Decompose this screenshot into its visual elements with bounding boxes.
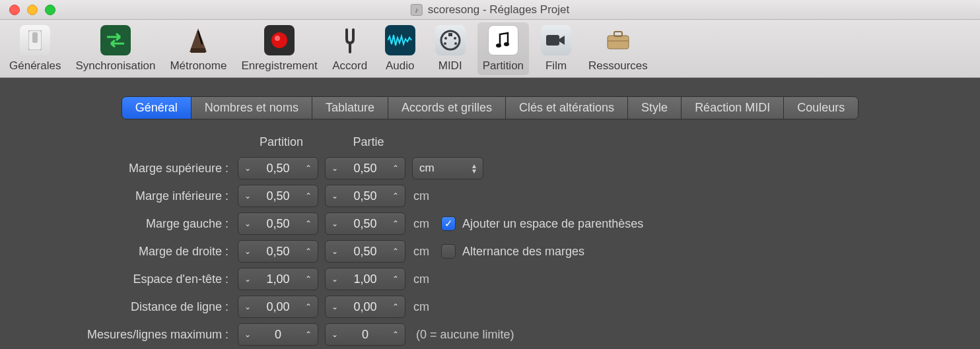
stepper-increment-icon[interactable]: ⌃ xyxy=(386,269,405,290)
subtab-general[interactable]: Général xyxy=(122,97,192,119)
stepper-decrement-icon[interactable]: ⌄ xyxy=(326,241,344,262)
toolbar-item-label: Générales xyxy=(9,59,61,73)
stepper-increment-icon[interactable]: ⌃ xyxy=(386,158,405,179)
stepper-increment-icon[interactable]: ⌃ xyxy=(299,213,318,234)
stepper-increment-icon[interactable]: ⌃ xyxy=(386,241,405,262)
row-left-margin: Marge gauche : ⌄ 0,50 ⌃ ⌄ 0,50 ⌃ cm ✓ Aj… xyxy=(33,210,980,238)
stepper-decrement-icon[interactable]: ⌄ xyxy=(238,324,257,345)
stepper-value: 0,00 xyxy=(344,300,386,314)
subtab-midireact[interactable]: Réaction MIDI xyxy=(682,97,784,119)
top-margin-partition-stepper[interactable]: ⌄ 0,50 ⌃ xyxy=(238,157,318,179)
stepper-value: 1,00 xyxy=(344,272,386,286)
max-bars-partie-stepper[interactable]: ⌄ 0 ⌃ xyxy=(325,323,405,346)
svg-rect-12 xyxy=(448,33,452,36)
stepper-decrement-icon[interactable]: ⌄ xyxy=(238,241,257,262)
row-right-margin: Marge de droite : ⌄ 0,50 ⌃ ⌄ 0,50 ⌃ cm A… xyxy=(33,238,980,265)
stepper-decrement-icon[interactable]: ⌄ xyxy=(238,296,257,317)
svg-point-11 xyxy=(454,42,457,45)
stepper-increment-icon[interactable]: ⌃ xyxy=(299,185,318,206)
column-header-partition: Partition xyxy=(238,135,325,149)
row-header-space: Espace d'en-tête : ⌄ 1,00 ⌃ ⌄ 1,00 ⌃ cm xyxy=(33,265,980,293)
unit-select[interactable]: cm ▴▾ xyxy=(412,157,483,179)
top-margin-partie-stepper[interactable]: ⌄ 0,50 ⌃ xyxy=(325,157,405,179)
toolbar-item-label: Synchronisation xyxy=(75,59,155,73)
right-margin-partition-stepper[interactable]: ⌄ 0,50 ⌃ xyxy=(238,240,318,263)
stepper-increment-icon[interactable]: ⌃ xyxy=(386,324,405,345)
header-space-partie-stepper[interactable]: ⌄ 1,00 ⌃ xyxy=(325,268,405,290)
stepper-decrement-icon[interactable]: ⌄ xyxy=(326,185,344,206)
subtab-clefs[interactable]: Clés et altérations xyxy=(506,97,628,119)
subtab-colors[interactable]: Couleurs xyxy=(784,97,858,119)
stepper-increment-icon[interactable]: ⌃ xyxy=(299,241,318,262)
stepper-decrement-icon[interactable]: ⌄ xyxy=(238,213,257,234)
toolbar-item-score[interactable]: Partition xyxy=(477,22,529,75)
stepper-value: 0,50 xyxy=(257,217,299,231)
toolbar-item-assets[interactable]: Ressources xyxy=(583,22,653,75)
row-label: Espace d'en-tête : xyxy=(33,272,238,286)
line-distance-partition-stepper[interactable]: ⌄ 0,00 ⌃ xyxy=(238,296,318,318)
stepper-value: 0 xyxy=(257,328,299,342)
toolbar-item-movie[interactable]: Film xyxy=(533,22,579,75)
stepper-decrement-icon[interactable]: ⌄ xyxy=(326,269,344,290)
right-margin-partie-stepper[interactable]: ⌄ 0,50 ⌃ xyxy=(325,240,405,263)
line-distance-partie-stepper[interactable]: ⌄ 0,00 ⌃ xyxy=(325,296,405,318)
column-headers: Partition Partie xyxy=(33,135,980,149)
toolbar-item-general[interactable]: Générales xyxy=(4,22,66,75)
form-area: Partition Partie Marge supérieure : ⌄ 0,… xyxy=(0,135,980,348)
subtab-style[interactable]: Style xyxy=(628,97,682,119)
toolbar-item-tuning[interactable]: Accord xyxy=(327,22,373,75)
left-margin-partie-stepper[interactable]: ⌄ 0,50 ⌃ xyxy=(325,212,405,235)
stepper-decrement-icon[interactable]: ⌄ xyxy=(326,324,344,345)
stepper-decrement-icon[interactable]: ⌄ xyxy=(326,213,344,234)
stepper-increment-icon[interactable]: ⌃ xyxy=(386,296,405,317)
svg-point-8 xyxy=(444,37,447,40)
unit-label: cm xyxy=(413,272,429,286)
stepper-value: 0,50 xyxy=(257,245,299,259)
header-space-partition-stepper[interactable]: ⌄ 1,00 ⌃ xyxy=(238,268,318,290)
toolbar-item-midi[interactable]: MIDI xyxy=(427,22,473,75)
unit-select-value: cm xyxy=(419,162,435,175)
max-bars-partition-stepper[interactable]: ⌄ 0 ⌃ xyxy=(238,323,318,346)
stepper-increment-icon[interactable]: ⌃ xyxy=(299,296,318,317)
title-bar: ♪ scoresong - Réglages Projet xyxy=(0,0,980,20)
stepper-increment-icon[interactable]: ⌃ xyxy=(299,158,318,179)
toolbar-item-label: Enregistrement xyxy=(241,59,317,73)
row-label: Distance de ligne : xyxy=(33,300,238,314)
stepper-increment-icon[interactable]: ⌃ xyxy=(386,185,405,206)
bottom-margin-partition-stepper[interactable]: ⌄ 0,50 ⌃ xyxy=(238,185,318,207)
bracket-space-checkbox[interactable]: ✓ xyxy=(441,216,456,231)
stepper-decrement-icon[interactable]: ⌄ xyxy=(238,269,257,290)
zoom-window-button[interactable] xyxy=(45,5,55,15)
row-top-margin: Marge supérieure : ⌄ 0,50 ⌃ ⌄ 0,50 ⌃ cm … xyxy=(33,154,980,182)
sync-arrows-icon xyxy=(100,25,131,55)
stepper-increment-icon[interactable]: ⌃ xyxy=(386,213,405,234)
minimize-window-button[interactable] xyxy=(27,5,38,15)
left-margin-partition-stepper[interactable]: ⌄ 0,50 ⌃ xyxy=(238,212,318,235)
toolbar-item-record[interactable]: Enregistrement xyxy=(236,22,322,75)
toolbar: Générales Synchronisation Métronome Enre… xyxy=(0,20,980,78)
row-label: Mesures/lignes maximum : xyxy=(33,328,238,342)
bottom-margin-partie-stepper[interactable]: ⌄ 0,50 ⌃ xyxy=(325,185,405,207)
window-title-container: ♪ scoresong - Réglages Projet xyxy=(411,3,570,16)
stepper-decrement-icon[interactable]: ⌄ xyxy=(326,158,344,179)
stepper-decrement-icon[interactable]: ⌄ xyxy=(326,296,344,317)
stepper-increment-icon[interactable]: ⌃ xyxy=(299,324,318,345)
stepper-value: 0,50 xyxy=(344,189,386,203)
unit-label: cm xyxy=(413,245,429,259)
subtab-bar: Général Nombres et noms Tablature Accord… xyxy=(122,96,858,119)
alternating-margins-checkbox[interactable] xyxy=(441,244,456,259)
svg-rect-15 xyxy=(546,35,559,46)
subtab-tablature[interactable]: Tablature xyxy=(312,97,388,119)
subtab-numbers[interactable]: Nombres et noms xyxy=(192,97,312,119)
stepper-increment-icon[interactable]: ⌃ xyxy=(299,269,318,290)
toolbar-item-label: MIDI xyxy=(438,59,462,73)
svg-point-13 xyxy=(496,44,501,48)
close-window-button[interactable] xyxy=(9,5,20,15)
svg-point-14 xyxy=(504,42,509,46)
stepper-decrement-icon[interactable]: ⌄ xyxy=(238,185,257,206)
subtab-chords[interactable]: Accords et grilles xyxy=(388,97,506,119)
toolbar-item-sync[interactable]: Synchronisation xyxy=(70,22,160,75)
toolbar-item-audio[interactable]: Audio xyxy=(377,22,423,75)
stepper-decrement-icon[interactable]: ⌄ xyxy=(238,158,257,179)
toolbar-item-metronome[interactable]: Métronome xyxy=(164,22,232,75)
